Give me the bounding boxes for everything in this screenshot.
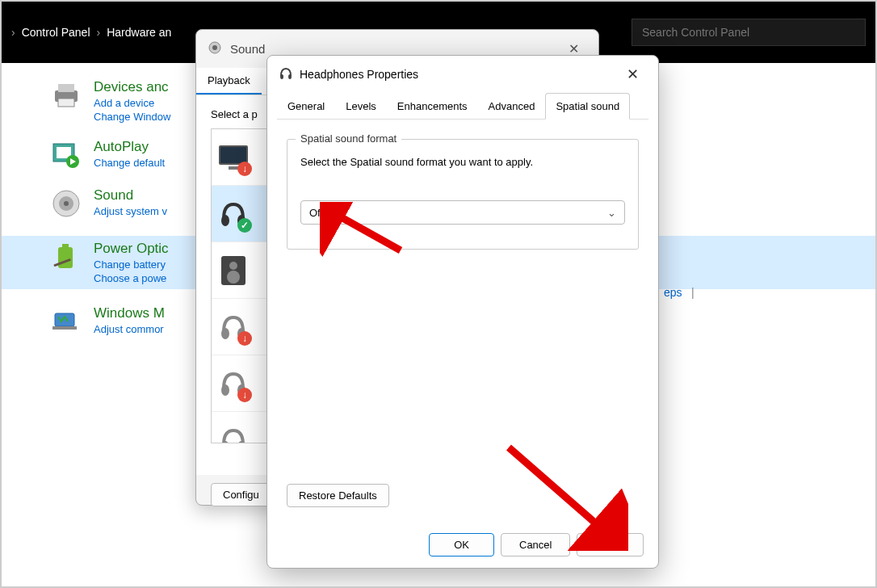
headphones-icon: ↓ bbox=[216, 310, 250, 344]
category-title[interactable]: Sound bbox=[94, 187, 167, 204]
svg-rect-10 bbox=[58, 247, 73, 268]
related-link[interactable]: eps bbox=[664, 286, 682, 299]
spatial-format-dropdown[interactable]: Off ⌄ bbox=[300, 200, 625, 225]
breadcrumb-item[interactable]: Hardware an bbox=[107, 26, 171, 39]
chevron-right-icon: › bbox=[97, 26, 101, 39]
close-button[interactable]: ✕ bbox=[619, 64, 647, 85]
monitor-icon: ↓ bbox=[216, 141, 250, 174]
properties-title: Headphones Properties bbox=[300, 68, 418, 81]
svg-rect-18 bbox=[220, 147, 246, 163]
disabled-badge-icon: ↓ bbox=[237, 331, 252, 346]
search-input[interactable] bbox=[632, 19, 866, 46]
svg-point-23 bbox=[229, 262, 237, 270]
spatial-sound-fieldset: Spatial sound format Select the Spatial … bbox=[287, 139, 639, 250]
ok-button[interactable]: OK bbox=[429, 533, 494, 556]
tab-levels[interactable]: Levels bbox=[335, 93, 387, 119]
printer-icon bbox=[50, 79, 82, 111]
breadcrumb-item[interactable]: Control Panel bbox=[22, 26, 90, 39]
sound-icon bbox=[208, 40, 222, 57]
restore-defaults-button[interactable]: Restore Defaults bbox=[287, 484, 389, 507]
properties-titlebar: Headphones Properties ✕ bbox=[267, 56, 658, 93]
speaker-icon bbox=[50, 187, 82, 220]
speaker-box-icon bbox=[216, 254, 250, 288]
headphones-properties-dialog: Headphones Properties ✕ General Levels E… bbox=[266, 55, 659, 569]
battery-icon bbox=[50, 241, 82, 273]
tab-advanced[interactable]: Advanced bbox=[478, 93, 546, 119]
svg-point-20 bbox=[221, 215, 229, 226]
autoplay-icon bbox=[50, 139, 82, 171]
category-link[interactable]: Add a device bbox=[94, 97, 170, 109]
apply-button[interactable]: Apply bbox=[577, 533, 644, 556]
properties-tabs: General Levels Enhancements Advanced Spa… bbox=[277, 93, 648, 120]
svg-rect-14 bbox=[52, 326, 77, 330]
svg-point-31 bbox=[280, 74, 283, 79]
chevron-down-icon: ⌄ bbox=[607, 207, 616, 219]
svg-point-9 bbox=[64, 201, 69, 206]
tab-playback[interactable]: Playback bbox=[196, 68, 262, 94]
separator: | bbox=[691, 286, 694, 299]
category-link[interactable]: Change default bbox=[94, 157, 165, 169]
chevron-right-icon: › bbox=[11, 26, 15, 39]
category-title[interactable]: Windows M bbox=[94, 305, 165, 321]
svg-rect-2 bbox=[58, 99, 74, 107]
cancel-button[interactable]: Cancel bbox=[501, 533, 570, 556]
category-link[interactable]: Change Window bbox=[94, 111, 170, 123]
dropdown-value: Off bbox=[309, 207, 323, 219]
category-link[interactable]: Choose a powe bbox=[94, 272, 169, 284]
tab-general[interactable]: General bbox=[277, 93, 335, 119]
headphones-icon: ✓ bbox=[216, 197, 250, 231]
category-link[interactable]: Adjust commor bbox=[94, 323, 165, 335]
sound-dialog-title: Sound bbox=[230, 42, 265, 56]
headphones-icon: ↓ bbox=[216, 367, 250, 401]
disabled-badge-icon: ↓ bbox=[237, 388, 252, 402]
svg-point-25 bbox=[221, 328, 229, 339]
tab-enhancements[interactable]: Enhancements bbox=[387, 93, 478, 119]
mobility-icon bbox=[50, 305, 82, 338]
category-title[interactable]: Devices anc bbox=[94, 79, 170, 95]
svg-point-24 bbox=[227, 271, 240, 284]
breadcrumb[interactable]: › Control Panel › Hardware an bbox=[11, 26, 171, 39]
category-link[interactable]: Adjust system v bbox=[94, 205, 167, 217]
dialog-footer: OK Cancel Apply bbox=[429, 533, 644, 556]
svg-point-16 bbox=[212, 45, 217, 50]
configure-button[interactable]: Configu bbox=[211, 483, 271, 506]
svg-point-27 bbox=[221, 384, 229, 396]
svg-point-32 bbox=[288, 74, 292, 79]
category-title[interactable]: AutoPlay bbox=[94, 139, 165, 155]
svg-rect-11 bbox=[62, 244, 69, 248]
headphones-icon bbox=[279, 67, 293, 82]
category-link[interactable]: Change battery bbox=[94, 258, 169, 271]
default-badge-icon: ✓ bbox=[237, 218, 252, 233]
tab-spatial-sound[interactable]: Spatial sound bbox=[545, 93, 630, 120]
fieldset-legend: Spatial sound format bbox=[296, 132, 401, 145]
disabled-badge-icon: ↓ bbox=[237, 162, 252, 176]
fieldset-description: Select the Spatial sound format you want… bbox=[300, 156, 625, 168]
category-title[interactable]: Power Optic bbox=[94, 241, 169, 257]
headphones-icon bbox=[216, 423, 250, 443]
svg-rect-1 bbox=[58, 84, 74, 92]
